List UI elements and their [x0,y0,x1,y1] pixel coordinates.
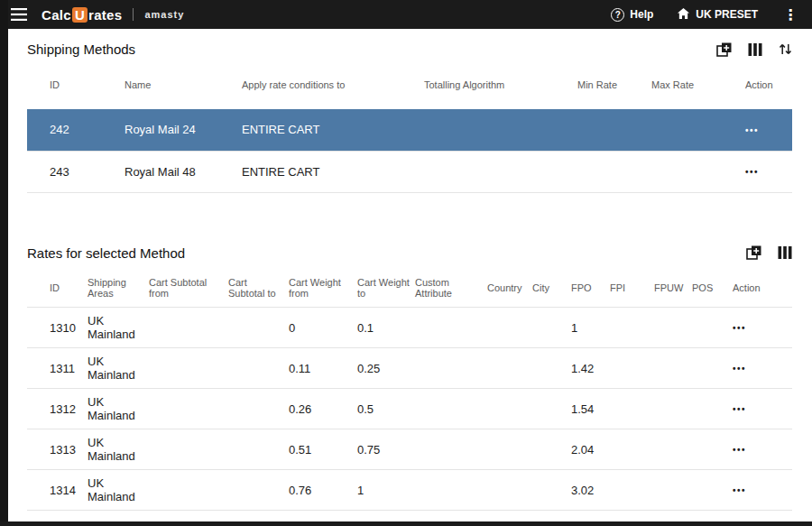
cell-weight-from: 0.51 [289,429,357,470]
cell-fpo: 2.04 [571,429,610,470]
cell-weight-to: 1 [357,470,415,511]
cell-fpo: 3.02 [571,470,610,511]
cell-custom-attr [415,389,487,429]
cell-fpi [610,429,654,470]
partner-logo: amasty [144,9,184,20]
cell-id: 243 [27,151,125,192]
col-header-cart-weight-from: Cart Weight from [289,266,357,308]
col-header-action: Action [738,69,792,109]
cell-subtotal-to [228,429,289,470]
cell-fpi [610,348,654,389]
rate-row-1311[interactable]: 1311 UK Mainland 0.11 0.25 1.42 ••• [27,348,792,389]
cell-weight-from: 0 [289,308,357,348]
cell-country [487,429,532,470]
cell-subtotal-from [149,470,228,511]
preset-button[interactable]: UK PRESET [677,7,758,23]
logo-suffix: rates [88,7,122,23]
cell-fpuw [654,389,692,429]
cell-custom-attr [415,348,487,389]
cell-fpi [610,470,654,511]
app-logo[interactable]: CalcUrates [42,7,122,23]
rate-row-1314[interactable]: 1314 UK Mainland 0.76 1 3.02 ••• [27,470,792,511]
cell-pos [692,429,733,470]
col-header-country: Country [487,266,532,308]
cell-custom-attr [415,308,487,348]
method-row-242[interactable]: 242 Royal Mail 24 ENTIRE CART ••• [27,109,792,151]
cell-fpuw [654,308,692,348]
col-header-fpi: FPI [610,266,654,308]
col-header-id: ID [27,69,125,109]
cell-name: Royal Mail 24 [125,109,242,151]
cell-min-rate [577,109,651,151]
cell-country [487,470,532,511]
col-header-totalling: Totalling Algorithm [424,69,577,109]
main-content: Shipping Methods ID [8,29,812,526]
row-actions-button[interactable]: ••• [733,484,746,497]
preset-label: UK PRESET [696,8,758,21]
cell-weight-to: 0.5 [357,389,415,429]
columns-icon[interactable] [748,43,762,56]
cell-max-rate [651,109,738,151]
cell-name: Royal Mail 48 [125,151,242,192]
rates-header-row: ID Shipping Areas Cart Subtotal from Car… [27,266,792,308]
col-header-max-rate: Max Rate [651,69,738,109]
rate-row-1310[interactable]: 1310 UK Mainland 0 0.1 1 ••• [27,308,792,348]
cell-subtotal-to [228,348,289,389]
menu-icon[interactable] [11,8,27,21]
help-label: Help [630,8,653,21]
cell-pos [692,389,733,429]
col-header-pos: POS [692,266,733,308]
cell-weight-to: 0.25 [357,348,415,389]
col-header-action: Action [733,266,792,308]
cell-city [532,348,571,389]
cell-fpuw [654,429,692,470]
cell-apply: ENTIRE CART [242,151,424,192]
col-header-custom-attribute: Custom Attribute [415,266,487,308]
rates-table: ID Shipping Areas Cart Subtotal from Car… [27,266,792,512]
cell-id: 1313 [27,429,88,470]
row-actions-button[interactable]: ••• [733,362,746,375]
help-button[interactable]: ? Help [611,8,653,22]
cell-fpo: 1.42 [571,348,610,389]
cell-fpuw [654,348,692,389]
col-header-fpo: FPO [571,266,610,308]
row-actions-button[interactable]: ••• [733,443,746,457]
duplicate-add-icon[interactable] [746,245,761,260]
col-header-cart-subtotal-to: Cart Subtotal to [228,266,289,308]
cell-city [532,429,571,470]
col-header-cart-subtotal-from: Cart Subtotal from [149,266,228,308]
logo-divider [133,8,134,21]
cell-city [532,389,571,429]
cell-country [487,348,532,389]
row-actions-button[interactable]: ••• [733,321,746,335]
left-edge-strip [0,0,8,526]
cell-id: 1312 [27,389,88,429]
sort-icon[interactable] [779,42,792,56]
kebab-menu-icon[interactable]: ⋮ [781,6,799,23]
method-row-243[interactable]: 243 Royal Mail 48 ENTIRE CART ••• [27,151,792,192]
rate-row-1313[interactable]: 1313 UK Mainland 0.51 0.75 2.04 ••• [27,429,792,470]
cell-area: UK Mainland [88,389,149,429]
duplicate-add-icon[interactable] [716,42,732,57]
col-header-shipping-areas: Shipping Areas [88,266,149,308]
cell-id: 1311 [27,348,88,389]
cell-country [487,308,532,348]
logo-prefix: Calc [42,7,71,23]
help-icon: ? [611,8,624,22]
cell-city [532,308,571,348]
columns-icon[interactable] [778,246,792,259]
cell-fpo: 1 [571,308,610,348]
row-actions-button[interactable]: ••• [745,165,759,179]
row-actions-button[interactable]: ••• [733,402,746,416]
cell-apply: ENTIRE CART [242,109,424,151]
cell-custom-attr [415,429,487,470]
cell-subtotal-from [149,429,228,470]
cell-country [487,389,532,429]
cell-pos [692,470,733,511]
row-actions-button[interactable]: ••• [745,124,759,137]
col-header-min-rate: Min Rate [577,69,651,109]
cell-weight-from: 0.11 [289,348,357,389]
cell-fpi [610,389,654,429]
rate-row-1312[interactable]: 1312 UK Mainland 0.26 0.5 1.54 ••• [27,389,792,429]
home-icon [677,7,690,23]
